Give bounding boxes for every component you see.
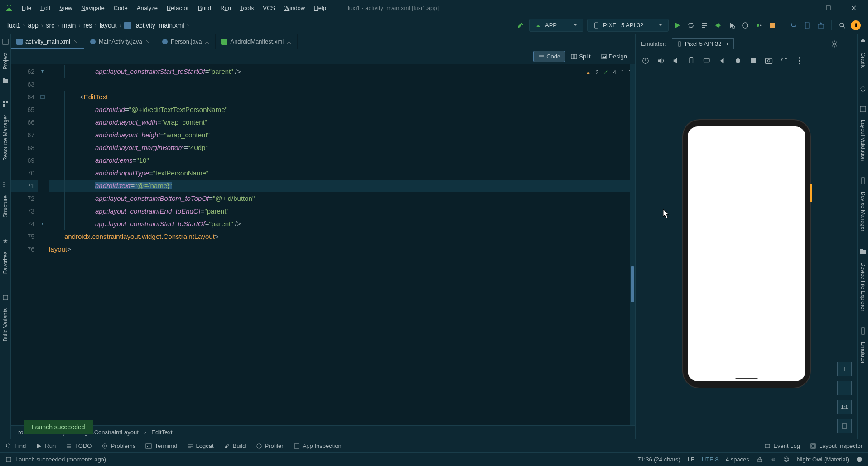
close-icon[interactable]	[286, 39, 292, 44]
volume-down-icon[interactable]	[672, 56, 681, 65]
status-line-sep[interactable]: LF	[688, 456, 694, 463]
menu-window[interactable]: Window	[280, 3, 309, 13]
tab-person[interactable]: Person.java	[156, 34, 216, 49]
weak-warning-icon[interactable]: ✓	[603, 66, 608, 79]
breadcrumb-item[interactable]: activity_main.xml	[136, 22, 184, 29]
screenshot-icon[interactable]	[764, 56, 773, 65]
menu-view[interactable]: View	[56, 3, 76, 13]
hammer-icon[interactable]	[516, 20, 526, 30]
hide-icon[interactable]	[843, 39, 852, 49]
rail-layout-validation[interactable]: Layout Validation	[859, 116, 867, 165]
rail-favorites[interactable]: Favorites	[1, 248, 10, 277]
menu-code[interactable]: Code	[110, 3, 131, 13]
close-icon[interactable]	[73, 39, 78, 44]
rail-emulator[interactable]: Emulator	[859, 338, 867, 367]
sdk-manager-icon[interactable]	[816, 20, 826, 30]
tool-terminal[interactable]: Terminal	[145, 442, 177, 449]
shield-icon[interactable]	[856, 456, 863, 463]
maximize-button[interactable]	[819, 1, 837, 15]
layout-validation-icon[interactable]	[859, 105, 867, 112]
menu-file[interactable]: FFileile	[18, 3, 35, 13]
resource-manager-icon[interactable]	[2, 100, 9, 107]
code-content[interactable]: ▲ 2 ✓ 4 ˄ ˅ app:layout_constraintStart_t…	[47, 64, 635, 425]
emulator-tab[interactable]: Pixel 5 API 32	[672, 38, 734, 49]
user-avatar[interactable]: ⬆	[851, 20, 861, 30]
run-button[interactable]	[672, 20, 682, 30]
code-crumb-item[interactable]: EditText	[151, 429, 172, 436]
home-icon[interactable]	[733, 56, 743, 65]
tool-todo[interactable]: TODO	[66, 442, 92, 449]
breadcrumb-item[interactable]: main	[62, 22, 76, 29]
rail-resource-manager[interactable]: Resource Manager	[1, 111, 10, 165]
folder-icon[interactable]	[2, 77, 9, 84]
emulator-display[interactable]: + − 1:1	[636, 68, 857, 439]
tab-activity-main[interactable]: activity_main.xml	[11, 34, 84, 49]
tool-layout-inspector[interactable]: Layout Inspector	[810, 442, 863, 449]
code-breadcrumb[interactable]: roidx.constraintlayout.widget.Constraint…	[11, 425, 635, 439]
breadcrumb-item[interactable]: layout	[100, 22, 116, 29]
record-icon[interactable]	[780, 56, 789, 65]
status-encoding[interactable]: UTF-8	[702, 456, 719, 463]
stop-button[interactable]	[767, 20, 777, 30]
code-editor[interactable]: 626364656667686970717273747576 ▲ 2 ✓ 4 ˄…	[11, 64, 635, 425]
power-icon[interactable]	[641, 56, 650, 65]
view-mode-code[interactable]: Code	[533, 51, 565, 62]
status-theme[interactable]: Night Owl (Material)	[797, 456, 849, 463]
device-screen[interactable]	[688, 126, 805, 381]
breadcrumb-item[interactable]: res	[83, 22, 92, 29]
sync-icon[interactable]	[859, 85, 867, 92]
breadcrumb-item[interactable]: luxi1	[7, 22, 20, 29]
project-tool-icon[interactable]	[2, 38, 9, 45]
emulator-icon[interactable]	[859, 327, 867, 335]
menu-build[interactable]: Build	[194, 3, 215, 13]
menu-help[interactable]: Help	[310, 3, 330, 13]
zoom-out-button[interactable]: −	[837, 381, 852, 395]
tool-profiler[interactable]: Profiler	[256, 442, 284, 449]
menu-run[interactable]: Run	[217, 3, 235, 13]
device-manager-icon[interactable]	[859, 177, 867, 184]
back-icon[interactable]	[718, 56, 727, 65]
menu-vcs[interactable]: VCS	[259, 3, 279, 13]
close-icon[interactable]	[724, 42, 729, 46]
breadcrumb-item[interactable]: src	[46, 22, 55, 29]
warning-icon[interactable]: ▲	[585, 66, 591, 79]
view-mode-design[interactable]: Design	[596, 51, 632, 62]
apply-changes-icon[interactable]	[686, 20, 696, 30]
rail-device-file-explorer[interactable]: Device File Explorer	[859, 259, 867, 315]
status-indent[interactable]: 4 spaces	[726, 456, 749, 463]
minimize-button[interactable]	[794, 1, 812, 15]
frown-icon[interactable]: ☹	[783, 456, 790, 463]
profile-icon[interactable]	[740, 20, 750, 30]
sync-gradle-icon[interactable]	[789, 20, 799, 30]
rail-build-variants[interactable]: Build Variants	[1, 305, 10, 345]
close-button[interactable]	[844, 1, 863, 15]
rotate-right-icon[interactable]	[703, 56, 712, 65]
search-icon[interactable]	[837, 20, 847, 30]
gradle-icon[interactable]	[859, 38, 867, 45]
tool-event-log[interactable]: Event Log	[764, 442, 800, 449]
coverage-icon[interactable]	[727, 20, 737, 30]
more-icon[interactable]	[795, 56, 804, 65]
structure-icon[interactable]	[2, 181, 9, 188]
tab-manifest[interactable]: AndroidManifest.xml	[216, 34, 298, 49]
menu-tools[interactable]: Tools	[236, 3, 257, 13]
zoom-in-button[interactable]: +	[837, 362, 852, 376]
smiley-icon[interactable]: ☺	[770, 456, 776, 463]
device-file-explorer-icon[interactable]	[859, 248, 867, 255]
tool-build[interactable]: Build	[224, 442, 246, 449]
inspection-indicators[interactable]: ▲ 2 ✓ 4 ˄ ˅	[585, 66, 632, 79]
avd-manager-icon[interactable]	[802, 20, 812, 30]
lock-icon[interactable]	[757, 456, 763, 463]
tool-run[interactable]: Run	[36, 442, 56, 449]
rail-gradle[interactable]: Gradle	[859, 49, 867, 73]
close-icon[interactable]	[145, 39, 150, 44]
menu-navigate[interactable]: Navigate	[77, 3, 108, 13]
editor-scrollbar[interactable]	[630, 64, 635, 425]
run-config-select[interactable]: APP	[529, 19, 583, 32]
tool-app-inspection[interactable]: App Inspection	[294, 442, 342, 449]
overview-icon[interactable]	[749, 56, 758, 65]
status-cursor[interactable]: 71:36 (24 chars)	[637, 456, 680, 463]
close-icon[interactable]	[204, 39, 210, 44]
prev-highlight-icon[interactable]: ˄	[621, 66, 624, 79]
zoom-fit-button[interactable]	[837, 419, 852, 433]
